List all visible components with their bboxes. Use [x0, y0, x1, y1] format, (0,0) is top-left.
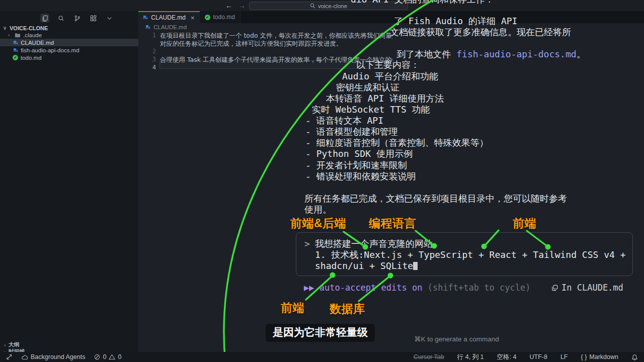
nav-forward-icon[interactable]: → — [238, 2, 246, 10]
terminal-line-clipped: dio API 文档的查询和保存工作： — [351, 0, 494, 5]
eol-sequence[interactable]: LF — [560, 353, 568, 360]
annotation-frontend-backend: 前端&后端 — [290, 216, 346, 231]
terminal-list-item: - 细粒度语音控制（音素控制、特殊效果等） — [305, 137, 489, 148]
prompt-input-line[interactable]: shadcn/ui + SQLite — [315, 260, 418, 272]
prompt-input-line[interactable]: 我想搭建一个声音克隆的网站 — [315, 238, 433, 249]
line-number: 1 — [145, 32, 156, 39]
auto-accept-status[interactable]: ▶▶ auto-accept edits on (shift+tab to cy… — [304, 283, 530, 293]
file-link[interactable]: fish-audio-api-docs.md — [456, 49, 576, 59]
close-icon[interactable]: × — [191, 14, 195, 22]
check-circle-icon: ✓ — [13, 55, 18, 60]
line-number: 3 — [145, 56, 156, 63]
tab-todo-md[interactable]: ✓ todo.md — [200, 11, 240, 23]
ide-window: ← → voice-clone ∨ VOICE-CLONE › .claude … — [0, 0, 644, 362]
terminal-list-item: - 错误处理和依赖安装说明 — [305, 171, 416, 182]
terminal-list-item: - Python SDK 使用示例 — [305, 148, 413, 159]
annotation-database: 数据库 — [330, 301, 365, 317]
breadcrumb[interactable]: M↓ CLAUDE.md — [146, 24, 187, 30]
problems-indicator[interactable]: 0 0 — [94, 353, 121, 360]
status-bar: Background Agents 0 0 Cursor Tab 行 4, 列 … — [0, 352, 644, 362]
editor-line[interactable]: 对应的任务标记为已完成，这样可以方便我们实时跟踪开发进度。 — [160, 40, 392, 48]
terminal-summary: 使用。 — [304, 204, 332, 215]
tab-strip: M↓ CLAUDE.md × ✓ todo.md — [138, 11, 644, 23]
sidebar-item-fish-audio-api-docs[interactable]: M↓ fish-audio-api-docs.md — [0, 46, 138, 54]
explorer-files-icon[interactable] — [40, 14, 49, 23]
editor-line[interactable]: 在项目根目录下我创建了一个 todo 文件，每次在开发之前，你都应该先将我们商量… — [160, 32, 392, 40]
double-play-icon: ▶▶ — [304, 283, 314, 293]
copy-file-icon — [551, 285, 558, 291]
context-file-indicator: In CLAUDE.md — [551, 283, 623, 293]
line-number-current: 4 — [145, 64, 156, 71]
terminal-line: 了 Fish Audio 的详细 API — [394, 16, 517, 27]
explorer-project-header[interactable]: ∨ VOICE-CLONE — [0, 24, 138, 32]
line-number: 2 — [145, 48, 156, 55]
sidebar-item-claude-folder[interactable]: › .claude — [0, 31, 138, 39]
terminal-list-item: 密钥生成和认证 — [336, 82, 399, 93]
warning-icon — [109, 354, 115, 360]
check-circle-icon: ✓ — [205, 15, 210, 20]
markdown-icon: M↓ — [143, 15, 148, 20]
chevron-down-icon: ∨ — [3, 25, 7, 31]
terminal-list-item: - 开发者计划和速率限制 — [305, 160, 407, 171]
terminal-section-heading: 以下主要内容： — [356, 59, 420, 70]
cursor-tab-toggle[interactable]: Cursor Tab — [414, 353, 444, 360]
sidebar-item-claude-md[interactable]: M↓ CLAUDE.md — [0, 39, 138, 46]
indentation[interactable]: 空格: 4 — [497, 353, 517, 361]
search-value: voice-clone — [318, 3, 347, 9]
annotation-frontend-top: 前端 — [513, 216, 536, 231]
chevron-right-icon: › — [8, 32, 12, 38]
notifications-bell-icon[interactable] — [631, 354, 638, 360]
chevron-right-icon: › — [4, 342, 6, 348]
markdown-icon: M↓ — [14, 40, 18, 45]
markdown-icon: M↓ — [14, 48, 18, 53]
prompt-input-line[interactable]: 1. 技术栈:Next.js + TypeScript + React + Ta… — [315, 249, 626, 260]
search-icon — [310, 3, 315, 9]
terminal-summary: 所有任务都已完成，文档已保存到项目根目录中，您可以随时参考 — [304, 193, 567, 204]
terminal-list-item: - 语音模型创建和管理 — [305, 126, 398, 137]
remote-icon[interactable] — [6, 354, 12, 360]
annotation-frontend-bottom: 前端 — [281, 300, 304, 316]
chevron-down-icon[interactable] — [105, 14, 114, 23]
terminal-prompt-box[interactable]: > 我想搭建一个声音克隆的网站 1. 技术栈:Next.js + TypeScr… — [296, 232, 633, 276]
folder-icon — [15, 33, 21, 38]
text-cursor — [413, 262, 418, 270]
sidebar-toolbar — [40, 14, 114, 23]
annotation-programming-language: 编程语言 — [369, 216, 416, 231]
sidebar-item-todo-md[interactable]: ✓ todo.md — [0, 54, 138, 61]
terminal-list-item: Audio 平台介绍和功能 — [342, 71, 438, 82]
search-icon[interactable] — [56, 14, 65, 23]
cursor-position[interactable]: 行 4, 列 1 — [457, 353, 484, 361]
terminal-line: 文档链接获取了更多准确信息。现在已经将所 — [390, 27, 571, 38]
markdown-icon: M↓ — [146, 25, 150, 30]
terminal-list-item: 实时 WebSocket TTS 功能 — [312, 104, 430, 115]
prompt-caret: > — [304, 238, 310, 249]
tab-claude-md[interactable]: M↓ CLAUDE.md × — [138, 11, 200, 23]
cloud-icon — [21, 354, 28, 360]
video-subtitle: 是因为它非常轻量级 — [266, 324, 375, 342]
extensions-icon[interactable] — [89, 14, 98, 23]
terminal-list-item: - 语音转文本 API — [305, 115, 383, 126]
language-mode[interactable]: { }Markdown — [581, 353, 619, 360]
nav-back-icon[interactable]: ← — [225, 2, 232, 10]
cmdk-hint: ⌘K to generate a command — [414, 335, 499, 343]
background-agents-button[interactable]: Background Agents — [21, 353, 85, 360]
sidebar — [0, 11, 138, 352]
source-control-icon[interactable] — [72, 14, 82, 23]
error-icon — [94, 354, 100, 360]
encoding[interactable]: UTF-8 — [529, 353, 547, 360]
panel-outline[interactable]: › 大纲 — [4, 341, 20, 348]
terminal-list-item: 本转语音 API 详细使用方法 — [326, 93, 444, 104]
